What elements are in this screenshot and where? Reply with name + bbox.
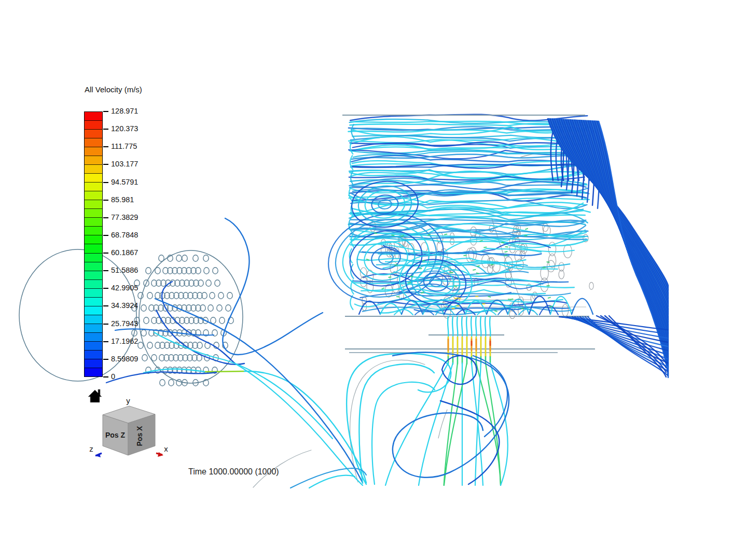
legend-tick-mark — [103, 146, 108, 147]
legend-tick-mark — [103, 200, 108, 201]
fan-streamline — [385, 363, 448, 485]
legend-tick-mark — [103, 217, 108, 218]
legend-color-band — [85, 324, 102, 332]
time-annotation: Time 1000.00000 (1000) — [188, 467, 279, 477]
velocity-fleck — [508, 299, 511, 300]
legend-color-band — [85, 208, 102, 217]
legend-tick-label: 17.1962 — [111, 337, 138, 345]
legend-tick-mark — [103, 129, 108, 130]
velocity-fleck — [521, 309, 524, 309]
legend-colorbar — [84, 111, 103, 377]
tube-hole — [211, 317, 216, 324]
cube-side-label: Pos X — [135, 426, 144, 446]
velocity-fleck — [501, 242, 504, 243]
legend-tick-mark — [103, 111, 108, 112]
legend-color-band — [85, 112, 102, 120]
tube-hole — [203, 255, 209, 261]
velocity-fleck — [524, 235, 527, 236]
velocity-fleck — [505, 247, 508, 247]
tube-hole — [182, 255, 187, 261]
velocity-legend: All Velocity (m/s) 128.971120.373111.775… — [84, 81, 167, 402]
fan-streamline — [486, 363, 501, 485]
legend-color-band — [85, 156, 102, 164]
legend-tick-mark — [103, 324, 108, 325]
legend-color-band — [85, 120, 102, 129]
velocity-fleck — [473, 270, 476, 270]
legend-color-band — [85, 253, 102, 262]
velocity-fleck — [483, 247, 487, 248]
legend-color-band — [85, 200, 102, 208]
loop-streamline — [372, 382, 435, 484]
velocity-fleck — [408, 283, 411, 283]
legend-color-band — [85, 226, 102, 235]
legend-title: All Velocity (m/s) — [85, 85, 142, 94]
velocity-fleck — [548, 297, 551, 298]
legend-color-band — [85, 217, 102, 226]
velocity-fleck — [382, 288, 385, 289]
x-axis-label: x — [164, 444, 168, 453]
streamline — [223, 218, 323, 355]
legend-color-band — [85, 306, 102, 315]
tube-hole — [217, 305, 222, 311]
legend-tick-mark — [103, 270, 108, 271]
legend-tick-label: 103.177 — [111, 160, 138, 168]
legend-tick-mark — [103, 182, 108, 183]
tube-hole — [218, 292, 224, 299]
tube-hole — [176, 255, 182, 261]
3d-viewport[interactable]: All Velocity (m/s) 128.971120.373111.775… — [0, 0, 747, 560]
legend-color-band — [85, 235, 102, 244]
legend-color-band — [85, 279, 102, 288]
legend-tick-mark — [103, 288, 108, 289]
legend-tick-label: 120.373 — [111, 124, 138, 133]
velocity-fleck — [394, 265, 397, 265]
legend-tick-label: 51.5886 — [111, 266, 138, 274]
legend-tick-label: 111.775 — [111, 142, 137, 150]
cube-front-label: Pos Z — [105, 431, 126, 439]
tube-hole — [210, 292, 215, 299]
velocity-fleck — [494, 311, 497, 312]
home-icon[interactable] — [88, 389, 102, 402]
legend-color-band — [85, 173, 102, 182]
x-axis-arrowhead — [158, 452, 163, 457]
orientation-cube[interactable]: Pos ZPos Xyzx — [78, 383, 187, 471]
tube-end — [466, 248, 474, 262]
velocity-fleck — [547, 262, 550, 262]
legend-tick-mark — [103, 376, 108, 377]
tube-hole — [193, 255, 198, 261]
streamline — [205, 371, 244, 372]
velocity-fleck — [389, 277, 392, 277]
velocity-fleck — [488, 296, 491, 297]
velocity-fleck — [444, 234, 447, 235]
tube-end — [543, 223, 548, 232]
tube-hole — [208, 305, 213, 311]
legend-tick-label: 0 — [111, 372, 115, 381]
legend-tick-label: 60.1867 — [111, 248, 138, 257]
legend-tick-label: 77.3829 — [111, 213, 138, 221]
streamline — [359, 301, 380, 314]
legend-color-band — [85, 164, 102, 173]
tube-hole — [227, 292, 232, 299]
y-axis-label: y — [126, 396, 130, 405]
legend-color-band — [85, 147, 102, 156]
loop-streamline — [309, 475, 355, 488]
legend-tick-mark — [103, 235, 108, 236]
tube-hole — [213, 268, 218, 274]
legend-tick-mark — [103, 341, 108, 342]
tube-end — [589, 282, 593, 289]
legend-color-band — [85, 332, 102, 341]
velocity-fleck — [505, 251, 508, 252]
legend-color-band — [85, 271, 102, 279]
tube-hole — [204, 268, 209, 274]
legend-color-band — [85, 129, 102, 138]
legend-color-band — [85, 341, 102, 350]
legend-color-band — [85, 191, 102, 200]
tube-hole — [226, 305, 231, 311]
legend-tick-label: 34.3924 — [111, 301, 138, 310]
velocity-fleck — [374, 233, 377, 233]
velocity-fleck — [525, 228, 528, 229]
legend-color-band — [85, 297, 102, 306]
velocity-fleck — [396, 297, 399, 297]
legend-tick-mark — [103, 305, 108, 306]
tube-hole — [219, 317, 225, 324]
legend-color-band — [85, 244, 102, 253]
